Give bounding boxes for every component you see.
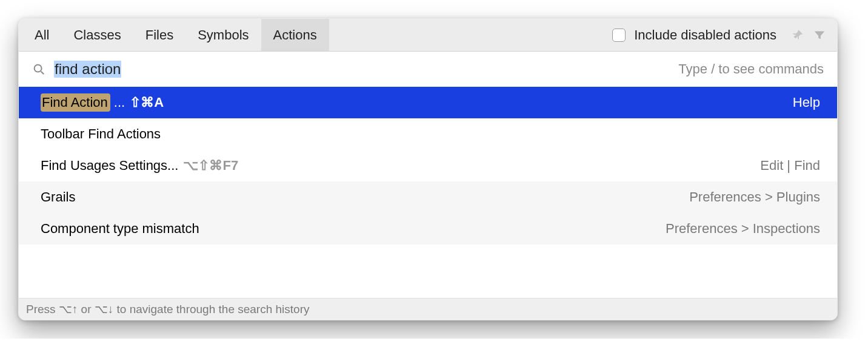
- tabbar-right: Include disabled actions: [612, 19, 837, 51]
- result-row[interactable]: Toolbar Find Actions: [19, 118, 837, 150]
- filter-icon[interactable]: [813, 29, 826, 42]
- search-icon: [32, 62, 45, 76]
- include-disabled-checkbox[interactable]: [612, 29, 626, 42]
- tab-bar: All Classes Files Symbols Actions Includ…: [19, 19, 837, 52]
- tab-files[interactable]: Files: [133, 19, 185, 51]
- results-list: Find Action... ⇧⌘A Help Toolbar Find Act…: [19, 87, 837, 298]
- result-location: Edit | Find: [760, 158, 820, 174]
- result-location: Preferences > Inspections: [666, 221, 820, 237]
- result-shortcut: ⌥⇧⌘F7: [183, 158, 238, 174]
- result-location: Help: [793, 95, 820, 110]
- results-padding: [19, 245, 837, 298]
- result-suffix: ...: [114, 95, 125, 110]
- include-disabled-label[interactable]: Include disabled actions: [634, 27, 776, 43]
- result-label: Toolbar Find Actions: [41, 126, 161, 142]
- result-row[interactable]: Find Usages Settings... ⌥⇧⌘F7 Edit | Fin…: [19, 150, 837, 181]
- search-everywhere-panel: All Classes Files Symbols Actions Includ…: [18, 18, 838, 320]
- result-row[interactable]: Grails Preferences > Plugins: [19, 181, 837, 213]
- tab-symbols[interactable]: Symbols: [185, 19, 261, 51]
- tab-classes[interactable]: Classes: [61, 19, 133, 51]
- result-label: Component type mismatch: [41, 221, 199, 237]
- result-location: Preferences > Plugins: [689, 189, 820, 205]
- search-hint: Type / to see commands: [678, 61, 824, 77]
- result-label: Find Action... ⇧⌘A: [41, 93, 164, 112]
- result-shortcut: ⇧⌘A: [130, 95, 164, 110]
- result-label: Find Usages Settings... ⌥⇧⌘F7: [41, 158, 238, 174]
- result-label: Grails: [41, 189, 75, 205]
- search-input[interactable]: find action: [54, 61, 670, 78]
- result-highlight: Find Action: [41, 93, 110, 112]
- pin-icon[interactable]: [791, 29, 804, 42]
- result-row[interactable]: Component type mismatch Preferences > In…: [19, 213, 837, 245]
- tab-actions[interactable]: Actions: [261, 19, 329, 51]
- search-row: find action Type / to see commands: [19, 52, 837, 87]
- svg-line-1: [41, 72, 44, 75]
- footer-hint: Press ⌥↑ or ⌥↓ to navigate through the s…: [19, 298, 837, 320]
- search-input-value: find action: [54, 61, 121, 78]
- result-row[interactable]: Find Action... ⇧⌘A Help: [19, 87, 837, 118]
- tab-all[interactable]: All: [22, 19, 61, 51]
- svg-point-0: [35, 65, 42, 72]
